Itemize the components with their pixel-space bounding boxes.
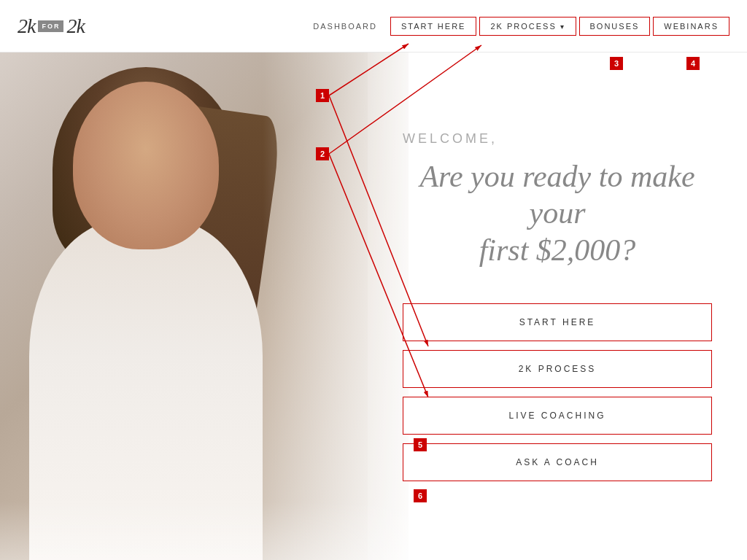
headline-line1: Are you ready to make your [419,160,694,230]
btn-start-here[interactable]: START HERE [403,303,712,341]
logo[interactable]: 2k FOR 2k [18,15,85,38]
nav-start-here[interactable]: START HERE [390,17,476,36]
nav-2k-process[interactable]: 2K PROCESS [479,17,576,36]
headline-line2: first $2,000? [479,233,636,267]
face [73,82,219,249]
nav-dashboard[interactable]: DASHBOARD [303,18,387,35]
nav-webinars[interactable]: WEBINARS [653,17,729,36]
welcome-label: WELCOME, [403,131,498,147]
nav-bonuses[interactable]: BONUSES [579,17,651,36]
logo-right: 2k [66,15,84,38]
btn-2k-process[interactable]: 2K PROCESS [403,350,712,388]
logo-left: 2k [18,15,35,38]
main-hero: WELCOME, Are you ready to make your firs… [0,52,747,560]
hero-fade-bottom [0,502,409,560]
header: 2k FOR 2k DASHBOARD START HERE 2K PROCES… [0,0,747,52]
nav: DASHBOARD START HERE 2K PROCESS BONUSES … [303,17,729,36]
logo-for: FOR [38,20,63,32]
btn-ask-a-coach[interactable]: ASK A COACH [403,443,712,481]
btn-live-coaching[interactable]: LIVE COACHING [403,397,712,435]
hero-background [0,52,409,560]
cta-buttons: START HERE 2K PROCESS LIVE COACHING ASK … [403,303,712,481]
content-panel: WELCOME, Are you ready to make your firs… [368,52,747,560]
hero-headline: Are you ready to make your first $2,000? [403,158,712,268]
